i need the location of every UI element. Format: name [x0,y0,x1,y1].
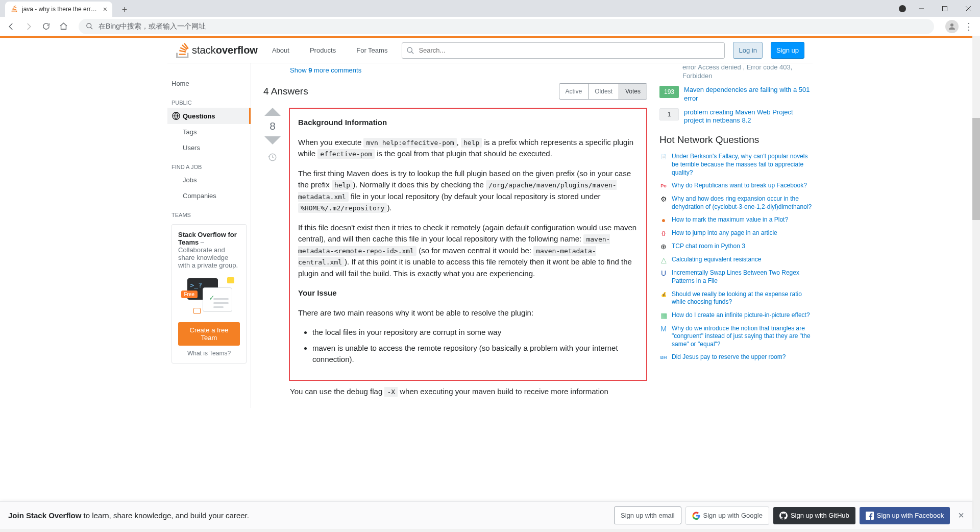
signup-button[interactable]: Sign up [771,42,804,59]
answer-body: Background Information When you execute … [289,108,647,381]
sidebar-questions[interactable]: Questions [167,108,251,124]
search-icon [86,22,93,30]
globe-icon [172,112,181,120]
home-icon[interactable] [56,19,70,34]
nav-for-teams[interactable]: For Teams [350,43,394,57]
banner-text: Join Stack Overflow to learn, share know… [8,511,249,520]
signup-email-button[interactable]: Sign up with email [614,506,681,524]
google-icon [692,512,700,520]
site-search[interactable] [402,42,725,59]
sidebar-jobs[interactable]: Jobs [167,172,251,188]
omnibox[interactable]: 在Bing中搜索，或者输入一个网址 [79,19,934,34]
vertical-scrollbar[interactable] [972,36,980,532]
new-tab-button[interactable]: + [117,3,132,17]
related-link[interactable]: Maven dependencies are failing with a 50… [684,86,813,103]
site-icon: 📄 [659,153,668,161]
site-header: stackoverflow About Products For Teams L… [167,38,813,63]
site-icon: ● [659,216,668,224]
login-button[interactable]: Log in [733,42,762,59]
history-icon[interactable] [268,153,277,164]
minimize-icon[interactable] [910,0,933,17]
answers-header: 4 Answers Active Oldest Votes [263,83,647,100]
search-input[interactable] [419,46,720,54]
svg-point-1 [87,23,91,28]
sidebar-heading-public: PUBLIC [167,91,251,108]
back-icon[interactable] [4,19,18,34]
hot-question: ⚙Why and how does ring expansion occur i… [659,195,813,211]
downvote-icon[interactable] [264,136,281,144]
tab-title: java - why is there the error "N [22,6,100,13]
svg-point-2 [950,23,953,27]
sidebar-companies[interactable]: Companies [167,188,251,204]
facebook-icon [866,512,874,520]
sort-active[interactable]: Active [559,84,589,99]
hot-link[interactable]: How to mark the maximum value in a Plot? [672,216,788,224]
browser-tab[interactable]: java - why is there the error "N × [5,2,112,17]
signup-facebook-button[interactable]: Sign up with Facebook [860,507,950,524]
hot-link[interactable]: Incrementally Swap Lines Between Two Reg… [672,269,813,285]
so-logo-text: stackoverflow [192,44,258,56]
create-team-button[interactable]: Create a free Team [178,322,240,346]
hot-link[interactable]: How to jump into any page in an article [672,229,777,237]
horizontal-scrollbar[interactable] [0,529,972,532]
hot-link[interactable]: Should we really be looking at the expen… [672,291,813,306]
svg-point-3 [407,47,412,52]
maximize-icon[interactable] [933,0,957,17]
browser-tab-strip: java - why is there the error "N × + [0,0,980,17]
show-more-comments[interactable]: Show 9 more comments [263,63,647,83]
sidebar-heading-teams: TEAMS [167,204,251,220]
so-logo-icon [176,43,190,58]
reload-icon[interactable] [39,19,53,34]
sidebar-home[interactable]: Home [167,76,251,91]
omnibox-placeholder: 在Bing中搜索，或者输入一个网址 [99,22,206,31]
hot-link[interactable]: TCP chat room in Python 3 [672,243,745,251]
sort-votes[interactable]: Votes [619,84,647,99]
vote-badge: 193 [659,86,679,98]
close-window-icon[interactable] [957,0,980,17]
hot-link[interactable]: Why and how does ring expansion occur in… [672,195,813,211]
vote-badge: 1 [659,108,679,120]
what-is-teams-link[interactable]: What is Teams? [178,350,240,357]
hot-question: ⊕TCP chat room in Python 3 [659,243,813,251]
forward-icon[interactable] [21,19,36,34]
sort-oldest[interactable]: Oldest [588,84,619,99]
nav-about[interactable]: About [266,43,296,57]
site-icon: 💰 [659,291,668,299]
github-icon [779,512,788,520]
vote-score: 8 [270,120,276,132]
banner-close-icon[interactable]: × [958,510,964,521]
related-question: 193Maven dependencies are failing with a… [659,86,813,103]
hot-link[interactable]: Why do Republicans want to break up Face… [672,182,807,190]
hot-link[interactable]: Why do we introduce the notion that tria… [672,325,813,349]
right-sidebar: error Access denied , Error code 403, Fo… [659,63,813,408]
upvote-icon[interactable] [264,108,281,116]
sidebar-users[interactable]: Users [167,140,251,156]
chrome-account-icon[interactable] [899,5,906,12]
signup-google-button[interactable]: Sign up with Google [685,506,769,525]
profile-icon[interactable] [945,20,959,33]
related-link[interactable]: error Access denied , Error code 403, Fo… [682,63,813,81]
signup-github-button[interactable]: Sign up with GitHub [773,507,855,524]
tab-close-icon[interactable]: × [103,5,107,13]
related-link[interactable]: problem creating Maven Web Project proje… [684,108,813,126]
sidebar-heading-job: FIND A JOB [167,156,251,172]
sidebar-tags[interactable]: Tags [167,124,251,140]
signup-banner: Join Stack Overflow to learn, share know… [0,501,972,529]
hot-link[interactable]: Calculating equivalent resistance [672,256,761,264]
svg-rect-0 [943,6,947,11]
hot-question: 📄Under Berkson's Fallacy, why can't popu… [659,153,813,177]
browser-menu-icon[interactable]: ⋮ [962,21,976,32]
hot-link[interactable]: How do I create an infinite picture-in-p… [672,311,810,320]
site-icon: U [659,269,668,277]
stackoverflow-logo[interactable]: stackoverflow [176,43,258,58]
nav-products[interactable]: Products [304,43,342,57]
site-icon: Po [659,182,668,190]
hot-question: PoWhy do Republicans want to break up Fa… [659,182,813,190]
site-icon: ▦ [659,311,668,320]
hot-link[interactable]: Under Berkson's Fallacy, why can't popul… [672,153,813,177]
site-icon: △ [659,256,668,264]
teams-illustration: Free ✓ [181,275,237,316]
hot-link[interactable]: Did Jesus pay to reserve the upper room? [672,353,786,361]
answer-continuation: You can use the debug flag -X when execu… [263,381,647,396]
tab-favicon-icon [10,5,18,13]
